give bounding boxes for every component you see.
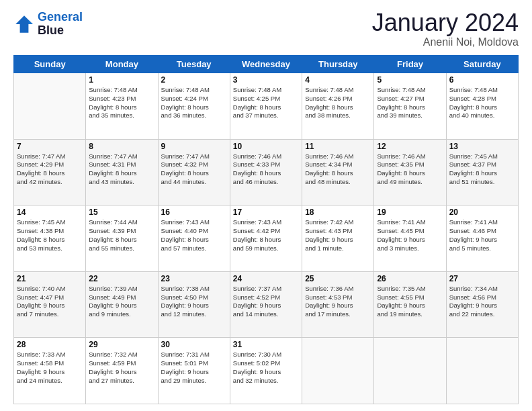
day-number: 25	[305, 274, 371, 283]
day-info: Sunrise: 7:32 AM Sunset: 4:59 PM Dayligh…	[89, 351, 154, 385]
day-number: 29	[89, 340, 154, 349]
calendar-cell: 16Sunrise: 7:43 AM Sunset: 4:40 PM Dayli…	[158, 205, 230, 272]
calendar-week-row: 28Sunrise: 7:33 AM Sunset: 4:58 PM Dayli…	[14, 338, 519, 404]
header-row: SundayMondayTuesdayWednesdayThursdayFrid…	[14, 56, 519, 73]
calendar-cell: 25Sunrise: 7:36 AM Sunset: 4:53 PM Dayli…	[302, 271, 374, 338]
day-info: Sunrise: 7:40 AM Sunset: 4:47 PM Dayligh…	[17, 285, 83, 319]
calendar-cell: 27Sunrise: 7:34 AM Sunset: 4:56 PM Dayli…	[446, 271, 518, 338]
page: General Blue January 2024 Anenii Noi, Mo…	[0, 0, 532, 411]
calendar-header: SundayMondayTuesdayWednesdayThursdayFrid…	[14, 56, 519, 73]
calendar-cell: 7Sunrise: 7:47 AM Sunset: 4:29 PM Daylig…	[14, 139, 86, 205]
day-info: Sunrise: 7:42 AM Sunset: 4:43 PM Dayligh…	[305, 218, 371, 253]
day-number: 5	[377, 75, 443, 85]
calendar-cell: 17Sunrise: 7:43 AM Sunset: 4:42 PM Dayli…	[230, 205, 302, 272]
calendar-body: 1Sunrise: 7:48 AM Sunset: 4:23 PM Daylig…	[14, 73, 519, 404]
day-number: 10	[233, 142, 299, 151]
day-number: 31	[233, 340, 299, 349]
calendar-cell: 3Sunrise: 7:48 AM Sunset: 4:25 PM Daylig…	[230, 73, 302, 140]
calendar-cell: 26Sunrise: 7:35 AM Sunset: 4:55 PM Dayli…	[374, 271, 446, 338]
day-number: 3	[233, 75, 299, 85]
calendar-week-row: 21Sunrise: 7:40 AM Sunset: 4:47 PM Dayli…	[14, 271, 519, 338]
day-info: Sunrise: 7:41 AM Sunset: 4:45 PM Dayligh…	[377, 218, 443, 253]
title-block: January 2024 Anenii Noi, Moldova	[372, 11, 519, 48]
calendar-cell: 13Sunrise: 7:45 AM Sunset: 4:37 PM Dayli…	[446, 139, 518, 205]
day-info: Sunrise: 7:45 AM Sunset: 4:38 PM Dayligh…	[17, 218, 83, 253]
day-info: Sunrise: 7:43 AM Sunset: 4:40 PM Dayligh…	[161, 218, 227, 253]
header: General Blue January 2024 Anenii Noi, Mo…	[13, 11, 519, 48]
calendar-cell: 14Sunrise: 7:45 AM Sunset: 4:38 PM Dayli…	[14, 205, 86, 272]
day-info: Sunrise: 7:39 AM Sunset: 4:49 PM Dayligh…	[89, 285, 154, 319]
day-info: Sunrise: 7:45 AM Sunset: 4:37 PM Dayligh…	[449, 152, 515, 187]
day-info: Sunrise: 7:44 AM Sunset: 4:39 PM Dayligh…	[89, 218, 154, 253]
calendar-cell	[14, 73, 86, 140]
calendar-cell	[374, 338, 446, 404]
calendar-cell: 20Sunrise: 7:41 AM Sunset: 4:46 PM Dayli…	[446, 205, 518, 272]
day-number: 28	[17, 340, 83, 349]
calendar-cell	[446, 338, 518, 404]
calendar-cell: 24Sunrise: 7:37 AM Sunset: 4:52 PM Dayli…	[230, 271, 302, 338]
day-number: 22	[89, 274, 154, 283]
day-number: 2	[161, 75, 227, 85]
day-header: Saturday	[446, 56, 518, 73]
day-number: 4	[305, 75, 371, 85]
day-info: Sunrise: 7:30 AM Sunset: 5:02 PM Dayligh…	[233, 351, 299, 385]
day-header: Wednesday	[230, 56, 302, 73]
day-info: Sunrise: 7:31 AM Sunset: 5:01 PM Dayligh…	[161, 351, 227, 385]
day-info: Sunrise: 7:47 AM Sunset: 4:31 PM Dayligh…	[89, 152, 154, 187]
day-info: Sunrise: 7:47 AM Sunset: 4:29 PM Dayligh…	[17, 152, 83, 187]
location: Anenii Noi, Moldova	[372, 36, 519, 48]
day-number: 13	[449, 142, 515, 151]
day-header: Monday	[86, 56, 158, 73]
day-number: 15	[89, 208, 154, 217]
day-number: 20	[449, 208, 515, 217]
day-info: Sunrise: 7:41 AM Sunset: 4:46 PM Dayligh…	[449, 218, 515, 253]
calendar-week-row: 1Sunrise: 7:48 AM Sunset: 4:23 PM Daylig…	[14, 73, 519, 140]
day-number: 24	[233, 274, 299, 283]
calendar-cell: 31Sunrise: 7:30 AM Sunset: 5:02 PM Dayli…	[230, 338, 302, 404]
day-number: 11	[305, 142, 371, 151]
day-info: Sunrise: 7:48 AM Sunset: 4:27 PM Dayligh…	[377, 86, 443, 120]
day-number: 7	[17, 142, 83, 151]
calendar-cell: 22Sunrise: 7:39 AM Sunset: 4:49 PM Dayli…	[86, 271, 158, 338]
calendar-week-row: 7Sunrise: 7:47 AM Sunset: 4:29 PM Daylig…	[14, 139, 519, 205]
day-info: Sunrise: 7:48 AM Sunset: 4:24 PM Dayligh…	[161, 86, 227, 120]
calendar-cell: 30Sunrise: 7:31 AM Sunset: 5:01 PM Dayli…	[158, 338, 230, 404]
day-number: 6	[449, 75, 515, 85]
day-number: 30	[161, 340, 227, 349]
logo-text: General Blue	[38, 11, 83, 38]
day-header: Tuesday	[158, 56, 230, 73]
day-info: Sunrise: 7:37 AM Sunset: 4:52 PM Dayligh…	[233, 285, 299, 319]
calendar-week-row: 14Sunrise: 7:45 AM Sunset: 4:38 PM Dayli…	[14, 205, 519, 272]
calendar-cell: 5Sunrise: 7:48 AM Sunset: 4:27 PM Daylig…	[374, 73, 446, 140]
day-number: 19	[377, 208, 443, 217]
calendar-cell: 4Sunrise: 7:48 AM Sunset: 4:26 PM Daylig…	[302, 73, 374, 140]
day-info: Sunrise: 7:33 AM Sunset: 4:58 PM Dayligh…	[17, 351, 83, 385]
day-number: 1	[89, 75, 154, 85]
calendar-cell: 12Sunrise: 7:46 AM Sunset: 4:35 PM Dayli…	[374, 139, 446, 205]
calendar-cell: 6Sunrise: 7:48 AM Sunset: 4:28 PM Daylig…	[446, 73, 518, 140]
day-number: 23	[161, 274, 227, 283]
calendar-cell: 10Sunrise: 7:46 AM Sunset: 4:33 PM Dayli…	[230, 139, 302, 205]
day-info: Sunrise: 7:48 AM Sunset: 4:26 PM Dayligh…	[305, 86, 371, 120]
day-info: Sunrise: 7:47 AM Sunset: 4:32 PM Dayligh…	[161, 152, 227, 187]
day-info: Sunrise: 7:38 AM Sunset: 4:50 PM Dayligh…	[161, 285, 227, 319]
day-info: Sunrise: 7:34 AM Sunset: 4:56 PM Dayligh…	[449, 285, 515, 319]
day-number: 21	[17, 274, 83, 283]
calendar-table: SundayMondayTuesdayWednesdayThursdayFrid…	[13, 55, 519, 404]
day-number: 14	[17, 208, 83, 217]
calendar-cell: 9Sunrise: 7:47 AM Sunset: 4:32 PM Daylig…	[158, 139, 230, 205]
calendar-cell: 28Sunrise: 7:33 AM Sunset: 4:58 PM Dayli…	[14, 338, 86, 404]
calendar-cell: 15Sunrise: 7:44 AM Sunset: 4:39 PM Dayli…	[86, 205, 158, 272]
day-number: 12	[377, 142, 443, 151]
day-info: Sunrise: 7:48 AM Sunset: 4:23 PM Dayligh…	[89, 86, 154, 120]
day-number: 8	[89, 142, 154, 151]
calendar-cell: 18Sunrise: 7:42 AM Sunset: 4:43 PM Dayli…	[302, 205, 374, 272]
day-info: Sunrise: 7:48 AM Sunset: 4:28 PM Dayligh…	[449, 86, 515, 120]
day-info: Sunrise: 7:43 AM Sunset: 4:42 PM Dayligh…	[233, 218, 299, 253]
calendar-cell: 11Sunrise: 7:46 AM Sunset: 4:34 PM Dayli…	[302, 139, 374, 205]
day-number: 18	[305, 208, 371, 217]
calendar-cell: 8Sunrise: 7:47 AM Sunset: 4:31 PM Daylig…	[86, 139, 158, 205]
day-info: Sunrise: 7:46 AM Sunset: 4:35 PM Dayligh…	[377, 152, 443, 187]
day-header: Friday	[374, 56, 446, 73]
day-header: Sunday	[14, 56, 86, 73]
